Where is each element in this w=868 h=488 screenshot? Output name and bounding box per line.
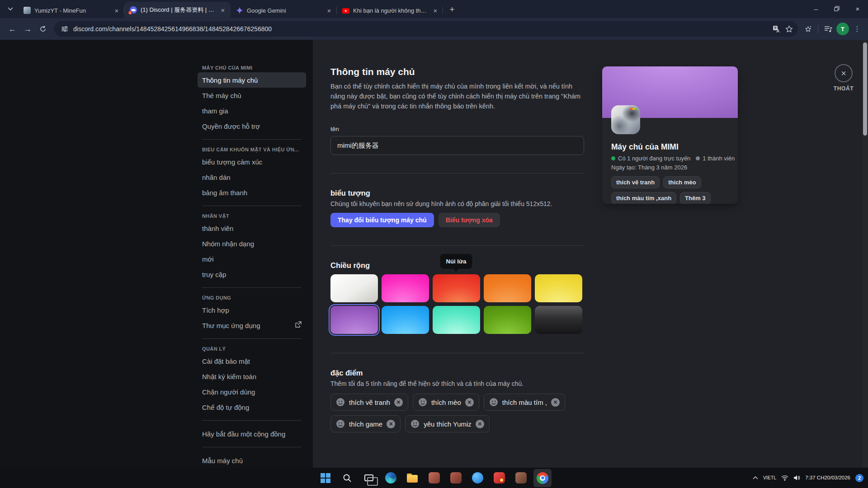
external-link-icon bbox=[295, 321, 302, 329]
scrollbar-thumb[interactable] bbox=[863, 42, 867, 136]
new-tab-button[interactable]: + bbox=[446, 3, 458, 16]
sidebar-item[interactable]: Thư mục ứng dụng bbox=[198, 318, 306, 333]
sidebar-item-label: nhãn dán bbox=[202, 174, 231, 181]
profile-avatar[interactable]: T bbox=[836, 23, 849, 35]
taskbar-task-view-button[interactable] bbox=[360, 469, 378, 487]
remove-icon-button[interactable]: Biểu tượng xóa bbox=[439, 213, 500, 227]
sidebar-item[interactable]: Mẫu máy chủ bbox=[198, 453, 306, 468]
taskbar-chrome-button[interactable] bbox=[533, 469, 552, 487]
tray-chevron-up-button[interactable] bbox=[753, 476, 758, 479]
sidebar-item[interactable]: truy cập bbox=[198, 267, 306, 282]
remove-tag-button[interactable]: × bbox=[394, 398, 403, 407]
taskbar-start-button[interactable] bbox=[316, 469, 335, 487]
star-sparkle-icon bbox=[804, 25, 812, 33]
browser-tab[interactable]: Google Gemini× bbox=[231, 3, 337, 18]
browser-tab[interactable]: 1(1) Discord | 服务器资料 | mimi的× bbox=[124, 2, 231, 18]
taskbar-app-brown-button[interactable] bbox=[512, 469, 530, 487]
exit-button[interactable]: × bbox=[835, 64, 853, 82]
taskbar-app-blue-button[interactable] bbox=[468, 469, 486, 487]
sidebar-item[interactable]: Quyền được hỗ trợ bbox=[198, 118, 306, 134]
tab-close-button[interactable]: × bbox=[113, 6, 121, 14]
sidebar-item[interactable]: Cài đặt bảo mật bbox=[198, 353, 306, 369]
color-swatch-volcano-red[interactable] bbox=[433, 274, 480, 302]
sidebar-item[interactable]: tham gia bbox=[198, 103, 306, 118]
clock[interactable]: 7:37 CH 20/03/2026 bbox=[805, 474, 850, 482]
notification-center-button[interactable]: 2 bbox=[855, 474, 863, 482]
taskbar-file-explorer-button[interactable] bbox=[403, 469, 421, 487]
color-swatch-yellow[interactable] bbox=[535, 274, 582, 302]
server-status-row: Có 1 người đang trực tuyến 1 thành viên bbox=[611, 155, 729, 162]
sidebar-item[interactable]: mới bbox=[198, 251, 306, 267]
chevron-down-icon bbox=[8, 7, 13, 11]
browser-tab[interactable]: YumizYT - MineFun× bbox=[18, 3, 124, 18]
tab-close-button[interactable]: × bbox=[325, 6, 333, 14]
more-tags-pill: Thêm 3 bbox=[680, 192, 711, 204]
sidebar-item[interactable]: biểu tượng cảm xúc bbox=[198, 154, 306, 169]
url-bar[interactable]: discord.com/channels/1484528425614966838… bbox=[54, 21, 798, 37]
server-name-input[interactable] bbox=[330, 136, 584, 155]
sidebar-item[interactable]: Chế độ tự động bbox=[198, 399, 306, 415]
sidebar-item[interactable]: bảng âm thanh bbox=[198, 185, 306, 200]
extension-star-button[interactable] bbox=[802, 23, 814, 35]
icon-section-hint: Chúng tôi khuyên bạn nên sử dụng hình ản… bbox=[330, 200, 584, 207]
volume-tray-button[interactable] bbox=[793, 475, 800, 481]
color-swatch-teal[interactable] bbox=[433, 306, 480, 334]
sidebar-item[interactable]: thành viên bbox=[198, 221, 306, 236]
sidebar-item[interactable]: Tích hợp bbox=[198, 302, 306, 318]
bookmark-star-button[interactable] bbox=[783, 23, 795, 35]
change-icon-button[interactable]: Thay đổi biểu tượng máy chủ bbox=[330, 213, 434, 227]
translate-button[interactable] bbox=[770, 23, 783, 35]
forward-button[interactable]: → bbox=[20, 21, 35, 37]
gemini-icon bbox=[236, 7, 243, 14]
feature-tag: thích vẽ tranh× bbox=[330, 394, 408, 411]
color-swatch-white[interactable] bbox=[330, 274, 378, 302]
reading-list-button[interactable] bbox=[822, 23, 835, 35]
color-swatch-orange[interactable] bbox=[484, 274, 531, 302]
sidebar-item[interactable]: nhãn dán bbox=[198, 169, 306, 185]
site-info-button[interactable] bbox=[59, 23, 71, 35]
sidebar-item[interactable]: Chặn người dùng bbox=[198, 384, 306, 399]
sidebar-item[interactable]: Nhật ký kiểm toán bbox=[198, 369, 306, 384]
tab-title: Khi bạn là người không thể đư bbox=[353, 7, 428, 14]
browser-menu-button[interactable]: ⋮ bbox=[851, 23, 863, 35]
color-swatch-blue[interactable] bbox=[382, 306, 429, 334]
taskbar-app-red-1-button[interactable] bbox=[425, 469, 443, 487]
taskbar-edge-button[interactable] bbox=[382, 469, 400, 487]
settings-sidebar: MÁY CHỦ CỦA MIMIThông tin máy chủThẻ máy… bbox=[198, 63, 306, 468]
divider bbox=[330, 173, 584, 174]
system-tray: VIE TL 7:37 CH 20/03/2026 2 bbox=[753, 468, 863, 488]
clock-date: 20/03/2026 bbox=[824, 474, 850, 482]
sidebar-item[interactable]: Thông tin máy chủ bbox=[198, 72, 306, 88]
remove-tag-button[interactable]: × bbox=[476, 420, 484, 428]
color-swatch-purple[interactable] bbox=[330, 306, 378, 334]
remove-tag-button[interactable]: × bbox=[465, 398, 474, 407]
taskbar-search-button[interactable] bbox=[338, 469, 356, 487]
app-icon bbox=[450, 472, 462, 483]
remove-tag-button[interactable]: × bbox=[551, 398, 560, 407]
language-indicator[interactable]: VIE TL bbox=[763, 475, 776, 481]
sidebar-group-header: MÁY CHỦ CỦA MIMI bbox=[198, 63, 306, 72]
sidebar-item[interactable]: Nhóm nhận dạng bbox=[198, 236, 306, 251]
network-tray-button[interactable] bbox=[781, 475, 788, 481]
tab-close-button[interactable]: × bbox=[431, 6, 439, 14]
tab-search-button[interactable] bbox=[4, 2, 17, 16]
remove-tag-button[interactable]: × bbox=[387, 420, 395, 428]
sidebar-item-label: Tích hợp bbox=[202, 306, 229, 314]
back-button[interactable]: ← bbox=[5, 21, 20, 37]
window-maximize-button[interactable] bbox=[826, 0, 847, 17]
sidebar-item[interactable]: Hãy bắt đầu một cộng đồng bbox=[198, 426, 306, 441]
reload-button[interactable] bbox=[35, 21, 51, 37]
browser-tab[interactable]: Khi bạn là người không thể đư× bbox=[337, 3, 443, 18]
window-minimize-button[interactable]: – bbox=[806, 0, 826, 17]
color-swatch-dark[interactable] bbox=[535, 306, 582, 334]
taskbar-app-red-2-button[interactable] bbox=[447, 469, 465, 487]
window-close-button[interactable]: × bbox=[847, 0, 868, 17]
language-line2: TL bbox=[771, 475, 776, 481]
sidebar-item[interactable]: Thẻ máy chủ bbox=[198, 88, 306, 103]
color-swatch-green[interactable] bbox=[484, 306, 531, 334]
discord-favicon: 1 bbox=[130, 6, 137, 14]
color-swatch-pink[interactable] bbox=[382, 274, 429, 302]
tab-close-button[interactable]: × bbox=[219, 6, 227, 14]
taskbar-app-colorful-button[interactable] bbox=[490, 469, 508, 487]
scrollbar[interactable] bbox=[862, 40, 868, 468]
